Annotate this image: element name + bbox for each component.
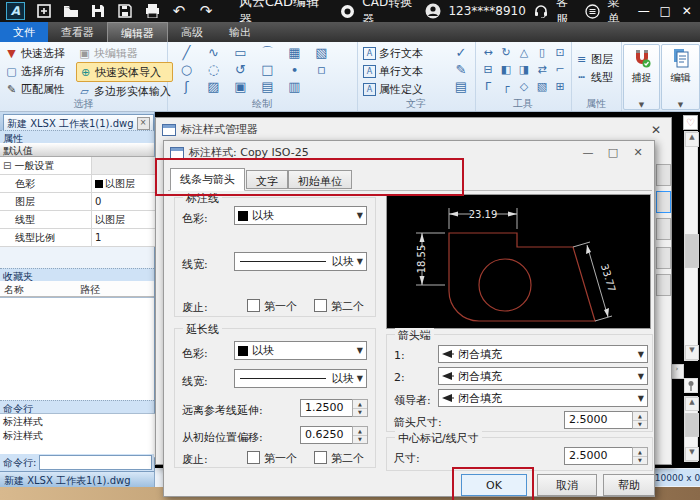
manager-side-button[interactable] <box>656 247 671 269</box>
ext-suppress-second-checkbox[interactable]: 第二个 <box>314 451 364 466</box>
manager-side-button[interactable] <box>656 164 671 186</box>
dim-lineweight-select[interactable]: 以块 ▼ <box>234 252 367 271</box>
document-tab-close-icon[interactable]: × <box>137 117 150 130</box>
spinner-buttons[interactable]: ▲▼ <box>632 411 648 429</box>
offset-origin-input[interactable]: 0.6250 ▲▼ <box>300 426 368 444</box>
ribbon-tool-icon[interactable]: Γ <box>479 78 497 95</box>
maximize-button[interactable]: □ <box>658 4 673 18</box>
dim-color-select[interactable]: 以块 ▼ <box>234 206 367 225</box>
ribbon-tool-icon[interactable]: ◧ <box>497 61 515 78</box>
favorites-path-column[interactable]: 路径 <box>80 283 100 297</box>
favorite-toggle[interactable]: ♡ <box>683 115 698 130</box>
menu-icon[interactable] <box>585 3 601 19</box>
close-button[interactable]: ✕ <box>679 4 694 18</box>
collapse-icon[interactable]: ⊟ <box>3 160 11 171</box>
manager-side-button[interactable] <box>656 218 671 240</box>
spinner-buttons[interactable]: ▲▼ <box>632 447 648 465</box>
scroll-up-arrow[interactable]: ▲ <box>685 132 699 147</box>
attribute-definition-button[interactable]: A属性定义 <box>361 80 425 98</box>
ribbon-tool-icon[interactable]: ▭ <box>227 44 254 61</box>
linetype-button[interactable]: ┅线型 <box>573 68 615 86</box>
ribbon-tool-icon[interactable]: ▧ <box>533 78 551 95</box>
manager-side-button[interactable] <box>656 191 671 213</box>
ribbon-tool-icon[interactable]: ◇ <box>515 78 533 95</box>
manager-side-button[interactable] <box>656 274 671 296</box>
ribbon-tool-icon[interactable]: ▥ <box>281 78 308 95</box>
ribbon-tool-icon[interactable]: ▦ <box>281 44 308 61</box>
dialog-maximize-icon[interactable]: □ <box>603 146 623 159</box>
dialog-close-icon[interactable]: ✕ <box>628 146 648 159</box>
layer-button[interactable]: ≡图层 <box>573 50 615 68</box>
ribbon-tool-icon[interactable]: ▨ <box>200 78 227 95</box>
ribbon-tool-icon[interactable]: ⇄ <box>533 61 551 78</box>
tab-text[interactable]: 文字 <box>246 170 288 189</box>
spinner-buttons[interactable]: ▲▼ <box>352 399 368 417</box>
dim-suppress-first-checkbox[interactable]: 第一个 <box>247 299 297 314</box>
menu-tab-file[interactable]: 文件 <box>0 22 48 42</box>
table-row[interactable]: 色彩 以图层 <box>0 175 155 193</box>
edit-button[interactable]: 编辑 ▼ <box>661 44 700 110</box>
undo-icon[interactable]: ↶ <box>171 3 187 19</box>
ribbon-tool-icon[interactable]: ▤ <box>254 78 281 95</box>
spinner-buttons[interactable]: ▲▼ <box>352 426 368 444</box>
multiline-text-button[interactable]: A多行文本 <box>361 44 425 62</box>
ribbon-tool-icon[interactable]: ⊡ <box>551 44 569 61</box>
extend-beyond-input[interactable]: 1.2500 ▲▼ <box>300 399 368 417</box>
pin-icon[interactable] <box>684 378 698 393</box>
cad-converter-icon[interactable] <box>339 3 355 19</box>
edit-text-icon[interactable]: ▤ <box>453 78 469 95</box>
account-number[interactable]: 123****8910 <box>448 4 525 18</box>
select-all-button[interactable]: ▢选择所有 <box>3 62 67 80</box>
style-dialog-titlebar[interactable]: 标注样式: Copy ISO-25 — □ ✕ <box>164 141 654 162</box>
table-row[interactable]: ⊟一般设置 <box>0 157 155 175</box>
command-input[interactable] <box>39 455 152 470</box>
dim-suppress-second-checkbox[interactable]: 第二个 <box>314 299 364 314</box>
ribbon-tool-icon[interactable]: ╱ <box>173 44 200 61</box>
ribbon-tool-icon[interactable]: ◌ <box>200 61 227 78</box>
ribbon-tool-icon[interactable]: ○ <box>173 61 200 78</box>
canvas-scrollbar[interactable]: ▲ ▼ <box>684 131 698 361</box>
spell-check-icon[interactable]: ✓ <box>453 44 469 61</box>
ribbon-tool-icon[interactable]: ↺ <box>227 61 254 78</box>
minimize-button[interactable]: — <box>636 4 651 18</box>
panel-collapse-arrow[interactable]: › <box>670 364 684 379</box>
manager-close-icon[interactable]: ✕ <box>647 123 665 137</box>
block-editor-button[interactable]: ▣块编辑器 <box>76 44 173 62</box>
table-row[interactable]: 线型 以图层 <box>0 211 155 229</box>
scroll-thumb[interactable] <box>685 234 699 268</box>
ext-lineweight-select[interactable]: 以块 ▼ <box>234 369 367 388</box>
menu-tab-output[interactable]: 输出 <box>216 22 264 42</box>
ribbon-tool-icon[interactable]: △ <box>515 44 533 61</box>
ribbon-tool-icon[interactable]: ▧ <box>308 44 335 61</box>
ribbon-tool-icon[interactable]: ┌ <box>497 78 515 95</box>
ribbon-tool-icon[interactable]: ▣ <box>227 78 254 95</box>
ribbon-tool-icon[interactable]: ↻ <box>497 44 515 61</box>
ribbon-tool-icon[interactable]: ⊟ <box>479 61 497 78</box>
menu-tab-advanced[interactable]: 高级 <box>168 22 216 42</box>
scroll-down-arrow[interactable]: ▼ <box>685 345 699 360</box>
user-avatar-icon[interactable] <box>425 3 441 19</box>
cancel-button[interactable]: 取消 <box>537 474 597 496</box>
text-style-icon[interactable]: ✎ <box>453 61 469 78</box>
manager-dialog-titlebar[interactable]: 标注样式管理器 ✕ <box>156 118 671 139</box>
save-as-icon[interactable] <box>117 3 133 19</box>
ext-color-select[interactable]: 以块 ▼ <box>234 341 367 360</box>
ribbon-tool-icon[interactable]: ▫ <box>308 61 335 78</box>
arrow-size-input[interactable]: 2.5000 ▲▼ <box>564 411 648 429</box>
table-row[interactable]: 图层 0 <box>0 193 155 211</box>
tab-lines-arrows[interactable]: 线条与箭头 <box>170 168 245 191</box>
quick-select-button[interactable]: ▼快速选择 <box>3 44 67 62</box>
ribbon-tool-icon[interactable]: ↔ <box>479 44 497 61</box>
ribbon-tool-icon[interactable]: ∙ <box>281 61 308 78</box>
defaults-header[interactable]: 默认值 <box>0 143 154 157</box>
favorites-name-column[interactable]: 名称 <box>4 283 24 297</box>
ribbon-tool-icon[interactable]: ⌐ <box>551 61 569 78</box>
leader-arrow-select[interactable]: 闭合填充 ▼ <box>438 389 648 407</box>
snap-button[interactable]: 捕捉 ▼ <box>623 44 660 110</box>
scroll-up-arrow[interactable]: ▲ <box>685 397 699 411</box>
edit-dropdown-arrow[interactable]: ▼ <box>662 101 699 109</box>
document-status-bar[interactable]: 新建 XLSX 工作表1(1).dwg <box>0 471 154 487</box>
ribbon-tool-icon[interactable]: ⊞ <box>551 78 569 95</box>
quick-entity-import-button[interactable]: ⊕快速实体导入 <box>76 62 173 82</box>
support-headset-icon[interactable] <box>533 3 549 19</box>
